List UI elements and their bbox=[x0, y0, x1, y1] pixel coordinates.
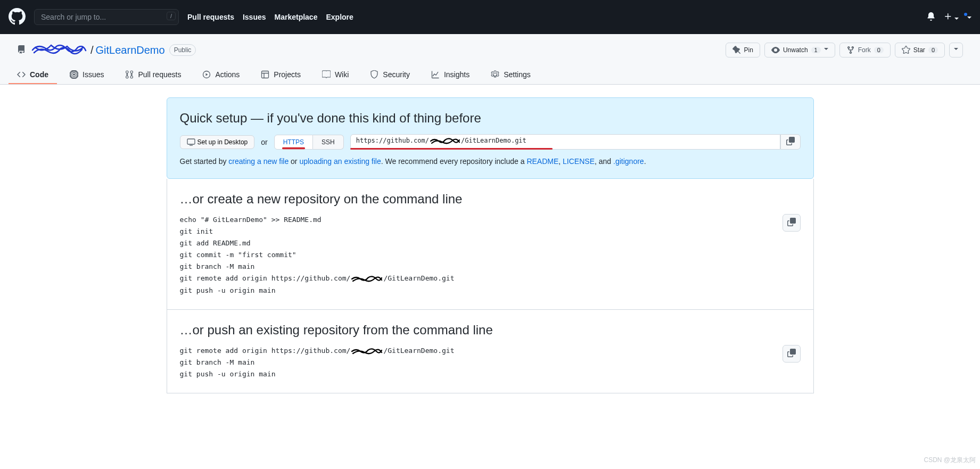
or-label: or bbox=[261, 138, 267, 146]
svg-point-0 bbox=[73, 73, 75, 76]
gitignore-link[interactable]: .gitignore bbox=[613, 157, 644, 166]
ssh-button[interactable]: SSH bbox=[313, 135, 344, 150]
tab-issues[interactable]: Issues bbox=[61, 66, 112, 84]
global-header: / Pull requests Issues Marketplace Explo… bbox=[0, 0, 980, 34]
star-button[interactable]: Star 0 bbox=[895, 43, 945, 57]
https-button[interactable]: HTTPS bbox=[274, 135, 313, 150]
repo-name-link[interactable]: GitLearnDemo bbox=[96, 44, 165, 56]
visibility-badge: Public bbox=[169, 44, 196, 56]
tab-code[interactable]: Code bbox=[9, 66, 57, 84]
annotation-red-underline bbox=[350, 148, 553, 150]
github-logo[interactable] bbox=[9, 8, 26, 27]
tab-wiki[interactable]: Wiki bbox=[314, 66, 357, 84]
push-repo-section: …or push an existing repository from the… bbox=[167, 310, 814, 393]
nav-issues[interactable]: Issues bbox=[243, 13, 266, 21]
create-new-icon[interactable] bbox=[944, 12, 959, 22]
owner-link-redacted[interactable] bbox=[30, 43, 88, 57]
get-started-text: Get started by creating a new file or up… bbox=[180, 157, 801, 166]
repo-header: / GitLearnDemo Public Pin Unwatch 1 Fork… bbox=[0, 34, 980, 85]
main-container: Quick setup — if you've done this kind o… bbox=[150, 85, 831, 406]
search-input[interactable] bbox=[34, 9, 179, 25]
upload-existing-link[interactable]: uploading an existing file bbox=[299, 157, 381, 166]
create-code-block[interactable]: echo "# GitLearnDemo" >> README.md git i… bbox=[180, 214, 801, 297]
star-dropdown[interactable] bbox=[949, 43, 963, 57]
user-avatar[interactable] bbox=[967, 13, 971, 21]
repo-tabs: Code Issues Pull requests Actions Projec… bbox=[0, 66, 980, 84]
copy-push-code-button[interactable] bbox=[783, 345, 801, 363]
protocol-toggle: HTTPS SSH bbox=[274, 135, 344, 150]
global-nav: Pull requests Issues Marketplace Explore bbox=[187, 13, 353, 21]
path-separator: / bbox=[90, 44, 94, 56]
create-repo-title: …or create a new repository on the comma… bbox=[180, 192, 801, 207]
readme-link[interactable]: README bbox=[526, 157, 558, 166]
copy-create-code-button[interactable] bbox=[783, 214, 801, 232]
pin-button[interactable]: Pin bbox=[726, 43, 760, 57]
tab-pull-requests[interactable]: Pull requests bbox=[117, 66, 190, 84]
setup-desktop-button[interactable]: Set up in Desktop bbox=[180, 135, 255, 149]
quick-setup-title: Quick setup — if you've done this kind o… bbox=[180, 111, 801, 126]
tab-settings[interactable]: Settings bbox=[482, 66, 539, 84]
quick-setup-box: Quick setup — if you've done this kind o… bbox=[167, 97, 814, 179]
nav-marketplace[interactable]: Marketplace bbox=[275, 13, 318, 21]
push-code-block[interactable]: git remote add origin https://github.com… bbox=[180, 345, 801, 380]
nav-explore[interactable]: Explore bbox=[326, 13, 353, 21]
svg-rect-2 bbox=[262, 71, 269, 78]
svg-rect-3 bbox=[187, 139, 195, 144]
create-new-file-link[interactable]: creating a new file bbox=[228, 157, 289, 166]
nav-pull-requests[interactable]: Pull requests bbox=[187, 13, 234, 21]
search-box: / bbox=[34, 9, 179, 25]
header-right-icons bbox=[927, 12, 971, 22]
clone-url-input[interactable]: https://github.com//GitLearnDemo.git bbox=[350, 134, 780, 150]
tab-security[interactable]: Security bbox=[361, 66, 418, 84]
fork-button[interactable]: Fork 0 bbox=[839, 43, 891, 57]
tab-projects[interactable]: Projects bbox=[252, 66, 309, 84]
repo-icon bbox=[17, 45, 26, 55]
clone-url-wrap: https://github.com//GitLearnDemo.git bbox=[350, 134, 801, 150]
license-link[interactable]: LICENSE bbox=[563, 157, 595, 166]
tab-insights[interactable]: Insights bbox=[423, 66, 478, 84]
push-repo-title: …or push an existing repository from the… bbox=[180, 323, 801, 338]
create-repo-section: …or create a new repository on the comma… bbox=[167, 179, 814, 310]
copy-url-button[interactable] bbox=[780, 134, 801, 150]
unwatch-button[interactable]: Unwatch 1 bbox=[764, 43, 835, 57]
tab-actions[interactable]: Actions bbox=[194, 66, 248, 84]
search-slash-hint: / bbox=[167, 12, 176, 20]
notifications-icon[interactable] bbox=[927, 12, 935, 22]
